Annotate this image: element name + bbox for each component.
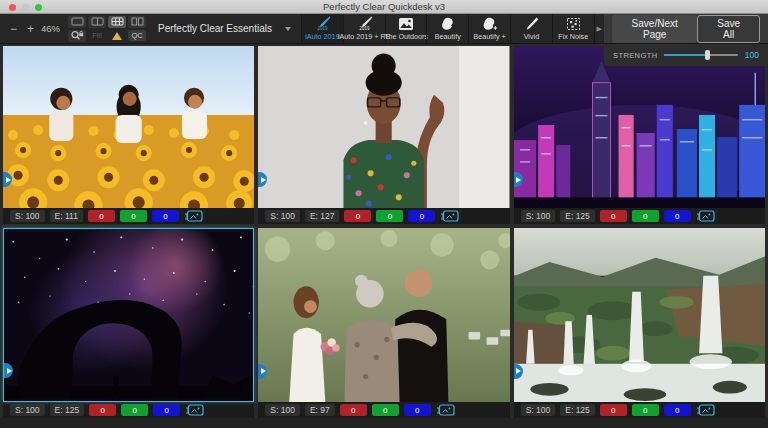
exposure-chip: E: 97 (305, 404, 335, 416)
image-proof-icon[interactable] (185, 404, 204, 416)
preset-beautify[interactable]: Beautify (426, 14, 468, 43)
close-button[interactable] (9, 4, 16, 11)
preset-iauto-2019[interactable]: 2019 iAuto 2019 (301, 14, 343, 43)
strength-label: STRENGTH (613, 51, 657, 60)
green-count-badge: 0 (376, 210, 403, 222)
save-next-page-button[interactable]: Save/Next Page (612, 15, 697, 43)
photo-grid: S: 100 E: 111 0 0 0 (3, 46, 765, 418)
blue-count-badge: 0 (664, 210, 691, 222)
qc-button[interactable]: QC (128, 30, 146, 41)
warning-triangle-icon[interactable] (112, 32, 122, 40)
photo-thumbnail-arch[interactable] (3, 228, 254, 402)
photo-status-bar: S: 100 E: 125 0 0 0 (3, 402, 254, 418)
photo-thumbnail-sunflowers[interactable] (3, 46, 254, 208)
window-title: Perfectly Clear Quickdesk v3 (0, 0, 768, 14)
grid-view-icon[interactable] (108, 16, 126, 28)
exposure-chip: E: 111 (50, 210, 83, 222)
view-tools: Fill QC (64, 14, 150, 43)
bottom-strip (0, 418, 768, 428)
photo-thumbnail-portrait[interactable] (258, 46, 509, 208)
spread-view-icon[interactable] (128, 16, 146, 28)
face-plus-icon (482, 16, 498, 31)
strength-chip: S: 100 (521, 210, 556, 222)
preset-label: Fix Noise (558, 32, 588, 41)
strength-slider[interactable] (664, 54, 737, 56)
green-count-badge: 0 (632, 404, 659, 416)
titlebar: Perfectly Clear Quickdesk v3 (0, 0, 768, 14)
photo-thumbnail-waterfalls[interactable] (514, 228, 765, 402)
strength-chip: S: 100 (10, 210, 45, 222)
slider-handle[interactable] (705, 50, 710, 60)
play-arrow-icon (516, 368, 521, 374)
zoom-in-button[interactable]: + (24, 22, 37, 36)
preset-beautify-plus[interactable]: Beautify + (468, 14, 510, 43)
preset-vivid[interactable]: Vivid (510, 14, 552, 43)
image-proof-icon[interactable] (184, 210, 203, 222)
zoom-level: 46% (41, 23, 60, 34)
exposure-chip: E: 125 (560, 210, 595, 222)
image-proof-icon[interactable] (436, 404, 455, 416)
photo-cell-waterfalls: S: 100 E: 125 0 0 0 (514, 228, 765, 418)
zoom-out-button[interactable]: − (7, 22, 20, 36)
blue-count-badge: 0 (153, 404, 180, 416)
green-count-badge: 0 (632, 210, 659, 222)
landscape-photo-icon (398, 16, 414, 31)
photo-thumbnail-skyline[interactable] (514, 46, 765, 208)
brush-icon: 2019 (356, 16, 373, 31)
split-view-icon[interactable] (88, 16, 106, 28)
preset-label: Beautify (435, 32, 461, 41)
preset-iauto-2019-re[interactable]: 2019 iAuto 2019 + RE (343, 14, 385, 43)
preset-group-dropdown[interactable]: Perfectly Clear Essentials (150, 14, 301, 43)
photo-cell-arch: S: 100 E: 125 0 0 0 (3, 228, 254, 418)
face-icon (440, 16, 455, 31)
photo-thumbnail-wedding[interactable] (258, 228, 509, 402)
image-proof-icon[interactable] (696, 210, 715, 222)
image-proof-icon[interactable] (696, 404, 715, 416)
minimize-button[interactable] (22, 4, 29, 11)
red-count-badge: 0 (600, 404, 627, 416)
green-count-badge: 0 (121, 404, 148, 416)
exposure-chip: E: 125 (50, 404, 85, 416)
photo-status-bar: S: 100 E: 125 0 0 0 (514, 208, 765, 224)
preset-label: Vivid (524, 32, 539, 41)
image-proof-icon[interactable] (440, 210, 459, 222)
play-arrow-icon (516, 177, 521, 183)
red-count-badge: 0 (600, 210, 627, 222)
red-count-badge: 0 (88, 210, 115, 222)
preset-label: iAuto 2019 (305, 32, 339, 41)
preset-buttons: 2019 iAuto 2019 2019 iAuto 2019 + RE The… (301, 14, 595, 43)
red-count-badge: 0 (89, 404, 116, 416)
svg-text:2019: 2019 (317, 26, 328, 31)
strength-chip: S: 100 (265, 404, 300, 416)
svg-text:2019: 2019 (359, 26, 370, 31)
save-all-button[interactable]: Save All (697, 15, 760, 43)
blue-count-badge: 0 (404, 404, 431, 416)
brush-icon: 2019 (314, 16, 331, 31)
photo-status-bar: S: 100 E: 125 0 0 0 (514, 402, 765, 418)
green-count-badge: 0 (120, 210, 147, 222)
zoom-button[interactable] (35, 4, 42, 11)
toolbar: − + 46% (0, 14, 768, 44)
strength-chip: S: 100 (265, 210, 300, 222)
strength-value: 100 (745, 50, 759, 60)
app-window: Perfectly Clear Quickdesk v3 − + 46% (0, 0, 768, 428)
strength-chip: S: 100 (10, 404, 45, 416)
photo-cell-wedding: S: 100 E: 97 0 0 0 (258, 228, 509, 418)
single-view-icon[interactable] (68, 16, 86, 28)
slider-fill (664, 54, 704, 56)
red-count-badge: 0 (344, 210, 371, 222)
photo-cell-sunflowers: S: 100 E: 111 0 0 0 (3, 46, 254, 224)
magnifier-lock-icon[interactable] (68, 30, 86, 42)
strength-chip: S: 100 (521, 404, 556, 416)
preset-fix-noise[interactable]: Fix Noise (552, 14, 595, 43)
chevron-down-icon (285, 27, 291, 31)
save-section: Save/Next Page Save All (604, 14, 768, 43)
play-arrow-icon (6, 177, 11, 183)
preset-the-outdoors[interactable]: The Outdoors (385, 14, 427, 43)
photo-status-bar: S: 100 E: 127 0 0 0 (258, 208, 509, 224)
presets-overflow-arrow-icon[interactable]: ▶ (595, 14, 604, 43)
blue-count-badge: 0 (152, 210, 179, 222)
preset-label: The Outdoors (384, 32, 428, 41)
fill-label[interactable]: Fill (88, 31, 106, 40)
preset-group-label: Perfectly Clear Essentials (158, 23, 272, 34)
